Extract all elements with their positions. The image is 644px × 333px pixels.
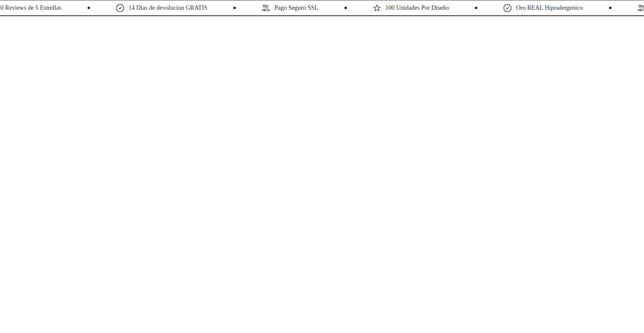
separator-dot-icon xyxy=(344,7,347,9)
separator-dot-icon xyxy=(88,7,90,9)
separator-dot-icon xyxy=(233,7,236,9)
ticker-item: 0 Reviews de 5 Estrellas xyxy=(0,5,61,11)
ticker-track: 0 Reviews de 5 Estrellas 14 Dias de devo… xyxy=(0,4,644,12)
ticker-item-label: Oro REAL Hipoalergenico xyxy=(516,5,583,11)
badge-check-icon xyxy=(503,4,512,12)
people-icon xyxy=(638,4,644,12)
ticker-item-label: Pago Seguro SSL xyxy=(274,5,318,11)
ticker-item-label: 14 Dias de devolucion GRATIS xyxy=(128,5,207,11)
ticker-item-label: 100 Unidades Por Diseño xyxy=(385,5,449,11)
badge-check-icon xyxy=(116,4,124,12)
ticker-item: Pago Seguro SSL xyxy=(262,4,318,12)
separator-dot-icon xyxy=(475,7,477,9)
star-icon xyxy=(373,4,381,12)
empty-page-content xyxy=(0,16,644,333)
ticker-item: 14 Dias de devolucion GRATIS xyxy=(116,4,207,12)
announcement-bar: 0 Reviews de 5 Estrellas 14 Dias de devo… xyxy=(0,0,644,16)
people-icon xyxy=(262,4,270,12)
ticker-item: Oro REAL Hipoalergenico xyxy=(503,4,583,12)
separator-dot-icon xyxy=(609,7,611,9)
ticker-item: Devol xyxy=(638,4,644,12)
ticker-item: 100 Unidades Por Diseño xyxy=(373,4,449,12)
ticker-item-label: 0 Reviews de 5 Estrellas xyxy=(0,5,61,11)
